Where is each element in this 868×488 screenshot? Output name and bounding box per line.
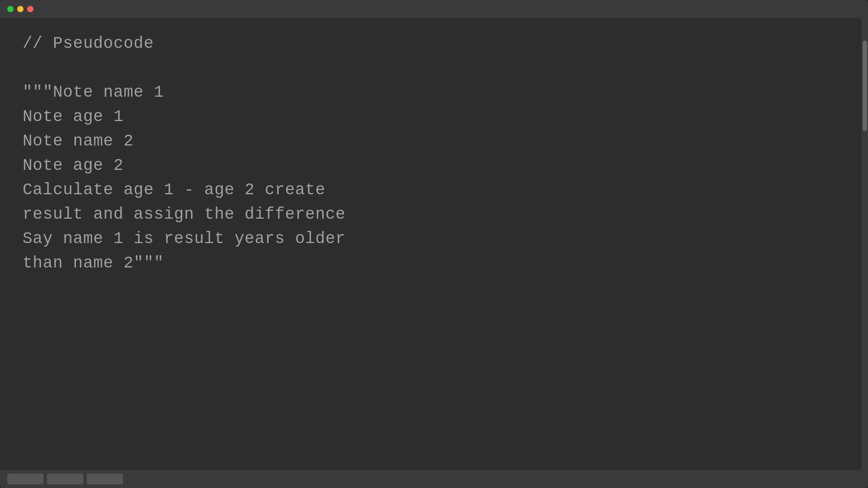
traffic-lights [7,6,33,12]
main-window: // Pseudocode """Note name 1 Note age 1 … [0,0,868,488]
status-item-3[interactable] [87,474,123,484]
code-content: // Pseudocode """Note name 1 Note age 1 … [23,32,839,276]
close-button[interactable] [27,6,33,12]
status-item-1[interactable] [7,474,43,484]
code-editor[interactable]: // Pseudocode """Note name 1 Note age 1 … [0,18,862,470]
scrollbar[interactable] [862,18,868,470]
minimize-button[interactable] [17,6,24,12]
content-area: // Pseudocode """Note name 1 Note age 1 … [0,18,868,470]
status-item-2[interactable] [47,474,83,484]
scrollbar-thumb[interactable] [863,41,867,131]
titlebar [0,0,868,18]
maximize-button[interactable] [7,6,14,12]
code-block: """Note name 1 Note age 1 Note name 2 No… [23,83,345,272]
statusbar [0,470,868,488]
comment-line: // Pseudocode [23,34,154,53]
